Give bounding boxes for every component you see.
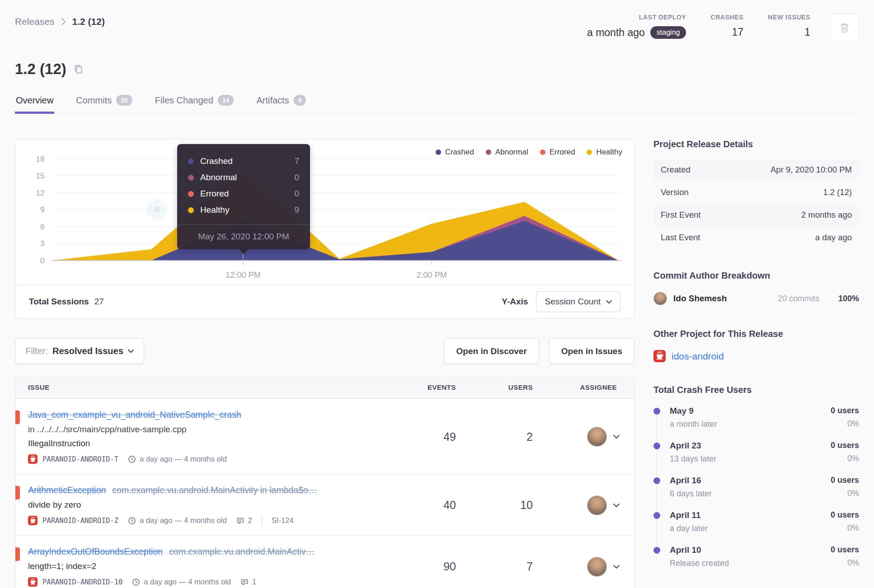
copy-version-button[interactable] xyxy=(74,64,84,74)
tab-artifacts[interactable]: Artifacts 0 xyxy=(255,89,307,113)
chevron-down-icon xyxy=(128,349,134,353)
open-in-issues-button[interactable]: Open in Issues xyxy=(549,338,634,364)
detail-value: 2 months ago xyxy=(801,210,852,220)
open-in-discover-button[interactable]: Open in Discover xyxy=(444,338,539,364)
detail-row-created: Created Apr 9, 2020 10:00 PM xyxy=(653,159,859,181)
filter-label: Filter: xyxy=(25,346,48,356)
events-count: 49 xyxy=(389,430,468,443)
users-count: 10 xyxy=(468,499,545,512)
yaxis-selected-value: Session Count xyxy=(545,297,601,307)
total-sessions-label: Total Sessions xyxy=(29,297,89,307)
tab-label: Artifacts xyxy=(256,95,289,106)
other-project-section: Other Project for This Release idos-andr… xyxy=(653,329,859,362)
stat-new-issues: NEW ISSUES 1 xyxy=(768,14,810,38)
issue-title-link[interactable]: ArithmeticException xyxy=(28,485,106,495)
timeline-date: April 11 xyxy=(670,510,708,520)
filter-dropdown[interactable]: Filter: Resolved Issues xyxy=(15,338,144,364)
release-stats: LAST DEPLOY a month ago staging CRASHES … xyxy=(587,14,859,42)
timeline-dot-icon xyxy=(653,547,660,554)
detail-value: Apr 9, 2020 10:00 PM xyxy=(771,165,852,175)
breadcrumb-releases-link[interactable]: Releases xyxy=(15,16,55,27)
issue-age: a day ago — 4 months old xyxy=(144,578,231,586)
detail-label: First Event xyxy=(661,210,700,220)
timeline-percent: 0% xyxy=(831,454,859,463)
timeline-dot-icon xyxy=(653,477,660,484)
yaxis-label: Y-Axis xyxy=(502,297,528,307)
issue-culprit: com.example.vu.android.MainActiv… xyxy=(169,546,315,556)
assignee-avatar[interactable] xyxy=(587,495,607,515)
assignee-cell xyxy=(545,495,621,515)
issue-age: a day ago — 4 months old xyxy=(140,516,227,525)
abnormal-dot-icon xyxy=(188,175,194,181)
tooltip-value: 9 xyxy=(294,205,299,215)
issue-title-link[interactable]: Java_com_example_vu_android_NativeSample… xyxy=(28,410,241,420)
project-slug[interactable]: PARANOID-ANDROID-T xyxy=(42,455,118,463)
chart-legend: Crashed Abnormal Errored Healthy xyxy=(436,148,622,157)
tab-count-badge: 14 xyxy=(218,95,234,106)
svg-text:18: 18 xyxy=(36,155,44,163)
other-project-link[interactable]: idos-android xyxy=(672,351,724,362)
chevron-down-icon[interactable] xyxy=(613,434,620,439)
tooltip-timestamp: May 26, 2020 12:00 PM xyxy=(177,224,310,249)
users-count: 2 xyxy=(468,430,545,443)
tab-count-badge: 0 xyxy=(294,95,306,106)
project-slug[interactable]: PARANOID-ANDROID-Z xyxy=(42,517,118,525)
events-count: 90 xyxy=(389,560,468,573)
sessions-chart[interactable]: 0369121518012:00 PM2:00 PM Crashed Abnor… xyxy=(15,140,634,285)
section-heading: Other Project for This Release xyxy=(653,329,859,339)
chart-footer: Total Sessions 27 Y-Axis Session Count xyxy=(15,285,634,318)
clock-icon xyxy=(132,578,140,586)
crashes-value: 17 xyxy=(732,26,744,38)
timeline-users: 0 users xyxy=(831,476,859,485)
abnormal-dot-icon xyxy=(486,149,491,155)
tab-commits[interactable]: Commits 20 xyxy=(75,89,133,113)
environment-badge: staging xyxy=(650,26,686,39)
comments-icon xyxy=(236,517,244,525)
svg-text:12: 12 xyxy=(36,189,44,197)
filter-value: Resolved Issues xyxy=(52,346,123,356)
author-row: Ido Shemesh 20 commits 100% xyxy=(653,292,859,305)
svg-text:0: 0 xyxy=(155,205,160,214)
tab-label: Overview xyxy=(16,95,53,106)
timeline-users: 0 users xyxy=(831,406,859,415)
comments-icon xyxy=(240,578,249,586)
timeline-sublabel: a day later xyxy=(670,524,708,533)
tab-files-changed[interactable]: Files Changed 14 xyxy=(154,89,235,113)
assignee-cell xyxy=(545,557,621,577)
svg-text:15: 15 xyxy=(36,172,44,181)
issues-toolbar: Filter: Resolved Issues Open in Discover… xyxy=(15,338,634,364)
tooltip-row-healthy: Healthy 9 xyxy=(188,202,299,218)
total-crash-free-users: Total Crash Free Users May 9 a month lat… xyxy=(653,385,859,580)
svg-text:6: 6 xyxy=(40,223,45,231)
stat-last-deploy: LAST DEPLOY a month ago staging xyxy=(587,14,686,39)
project-release-details: Project Release Details Created Apr 9, 2… xyxy=(653,139,859,249)
legend-label: Errored xyxy=(550,148,575,157)
chevron-down-icon[interactable] xyxy=(613,503,620,508)
assignee-avatar[interactable] xyxy=(587,557,607,577)
project-slug[interactable]: PARANOID-ANDROID-10 xyxy=(42,578,122,586)
issue-title-link[interactable]: ArrayIndexOutOfBoundsException xyxy=(28,546,163,556)
assignee-avatar[interactable] xyxy=(587,427,607,447)
comments-count: 1 xyxy=(252,578,256,586)
tab-count-badge: 20 xyxy=(116,95,132,106)
author-name: Ido Shemesh xyxy=(673,294,727,303)
yaxis-select[interactable]: Session Count xyxy=(536,291,620,312)
release-overview-page: Releases 1.2 (12) LAST DEPLOY a month ag… xyxy=(0,0,874,588)
issue-row: Java_com_example_vu_android_NativeSample… xyxy=(15,399,634,474)
timeline-date: May 9 xyxy=(670,406,717,416)
title-row: 1.2 (12) xyxy=(15,61,859,78)
issue-message: IllegalInstruction xyxy=(28,439,389,448)
sessions-chart-card: 0369121518012:00 PM2:00 PM Crashed Abnor… xyxy=(15,139,634,318)
tab-label: Files Changed xyxy=(155,95,213,106)
issues-table: ISSUE EVENTS USERS ASSIGNEE Java_com_exa… xyxy=(15,376,634,588)
tooltip-value: 7 xyxy=(294,156,299,166)
chart-tooltip: Crashed 7 Abnormal 0 Errored xyxy=(177,144,310,249)
svg-text:12:00 PM: 12:00 PM xyxy=(226,271,260,280)
detail-label: Last Event xyxy=(661,233,700,243)
chevron-down-icon[interactable] xyxy=(613,565,620,569)
delete-release-button[interactable] xyxy=(830,14,859,42)
tab-overview[interactable]: Overview xyxy=(15,89,54,113)
chevron-down-icon xyxy=(606,300,612,304)
timeline-percent: 0% xyxy=(831,419,859,429)
svg-text:3: 3 xyxy=(40,239,45,248)
